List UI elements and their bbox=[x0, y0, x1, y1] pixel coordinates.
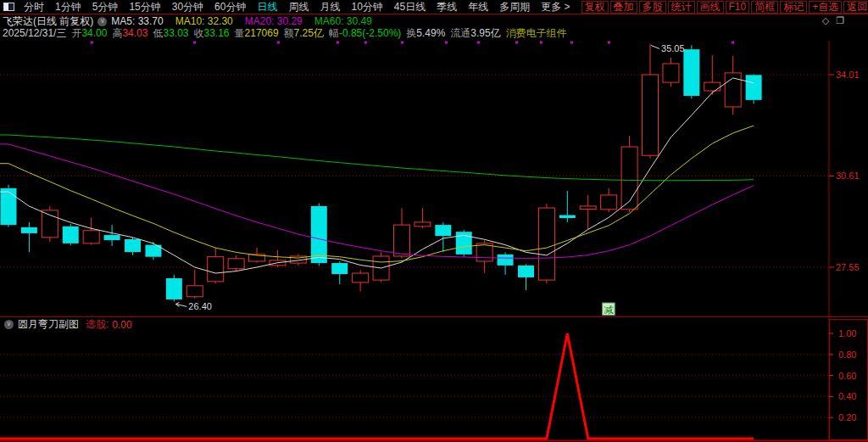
high-annotation-arrow bbox=[651, 45, 659, 48]
candle-body bbox=[435, 225, 451, 236]
toolbar-button-标记[interactable]: 标记 bbox=[780, 1, 807, 14]
candle-body bbox=[498, 255, 514, 266]
indicator-axis-label: 0.40 bbox=[838, 391, 856, 401]
info-field-换: 换5.49% bbox=[406, 27, 445, 39]
info-field-label: 低 bbox=[153, 27, 163, 39]
indicator-axis-label: 0.60 bbox=[838, 371, 856, 381]
diamond-icon[interactable]: ◇ bbox=[822, 15, 829, 26]
ma-label-1: MA10: 32.30 bbox=[175, 15, 233, 27]
info-field-收: 收33.16 bbox=[194, 27, 230, 39]
period-tab-更多 >[interactable]: 更多 > bbox=[541, 0, 570, 14]
info-field-value: 34.00 bbox=[81, 27, 107, 39]
info-field-label: 高 bbox=[112, 27, 122, 39]
period-menubar: 分时1分钟5分钟15分钟30分钟60分钟日线周线月线10分钟45日线季线年线多周… bbox=[0, 0, 868, 14]
period-tab-月线[interactable]: 月线 bbox=[320, 0, 340, 14]
candle-body bbox=[83, 231, 99, 243]
ma-label-3: MA60: 30.49 bbox=[314, 15, 372, 27]
candlestick-chart[interactable]: 34.0130.6127.5535.0526.40减1.000.800.600.… bbox=[0, 41, 868, 442]
sector-label[interactable]: 消费电子组件 bbox=[506, 26, 567, 41]
month-marker bbox=[540, 42, 542, 44]
candle-body bbox=[580, 206, 596, 210]
candle-body bbox=[42, 210, 58, 238]
candle-body bbox=[663, 64, 679, 82]
month-marker bbox=[193, 42, 196, 44]
info-field-value: 5.49% bbox=[416, 27, 445, 39]
indicator-name[interactable]: 圆月弯刀副图 bbox=[18, 317, 79, 332]
ma-line-ma60 bbox=[0, 135, 754, 181]
candle-body bbox=[311, 206, 327, 263]
candle-body bbox=[228, 259, 244, 269]
toolbar-button-叠加[interactable]: 叠加 bbox=[610, 1, 637, 14]
toolbar-button-F10[interactable]: F10 bbox=[726, 1, 750, 14]
candle-body bbox=[746, 75, 762, 100]
info-field-value: 3.95亿 bbox=[470, 27, 500, 39]
candle-body bbox=[208, 257, 224, 282]
indicator-axis-label: 1.00 bbox=[838, 328, 856, 338]
period-tab-45日线[interactable]: 45日线 bbox=[394, 0, 426, 14]
price-axis-label: 34.01 bbox=[836, 70, 860, 80]
panel-layout-icon[interactable]: ❐ bbox=[836, 15, 844, 26]
period-tab-5分钟[interactable]: 5分钟 bbox=[92, 0, 119, 14]
toolbar-button-复权[interactable]: 复权 bbox=[581, 1, 609, 14]
info-field-label: 额 bbox=[284, 27, 294, 39]
candle-body bbox=[683, 49, 699, 96]
toolbar-button-画线[interactable]: 画线 bbox=[697, 1, 724, 14]
toolbar-button-统计[interactable]: 统计 bbox=[668, 1, 695, 14]
period-tab-15分钟[interactable]: 15分钟 bbox=[129, 0, 160, 14]
indicator-axis-label: 0.80 bbox=[838, 350, 856, 360]
toolbar-buttons: 复权叠加多股统计画线F10简框标记+自选返回 bbox=[581, 1, 868, 14]
candle-body bbox=[186, 286, 203, 297]
toolbar-button-简框[interactable]: 简框 bbox=[751, 1, 778, 14]
period-tab-分时[interactable]: 分时 bbox=[24, 0, 44, 14]
period-tab-季线[interactable]: 季线 bbox=[437, 0, 457, 14]
ma-values: MA5: 33.70MA10: 32.30MA20: 30.29MA60: 30… bbox=[111, 15, 372, 27]
period-tab-30分钟[interactable]: 30分钟 bbox=[172, 0, 203, 14]
candle-body bbox=[1, 188, 17, 225]
period-tab-年线[interactable]: 年线 bbox=[468, 0, 488, 14]
period-tab-10分钟[interactable]: 10分钟 bbox=[351, 0, 382, 14]
window-icon[interactable] bbox=[3, 3, 14, 11]
month-marker bbox=[337, 42, 339, 44]
month-marker bbox=[732, 42, 734, 44]
period-tab-60分钟[interactable]: 60分钟 bbox=[214, 0, 246, 14]
low-annotation-label: 26.40 bbox=[188, 301, 212, 311]
info-field-高: 高34.03 bbox=[112, 27, 147, 39]
period-tab-周线[interactable]: 周线 bbox=[288, 0, 309, 14]
month-marker bbox=[364, 42, 367, 44]
toolbar-button-多股[interactable]: 多股 bbox=[639, 1, 666, 14]
info-field-value: 34.03 bbox=[122, 27, 147, 39]
price-axis-label: 30.61 bbox=[836, 171, 860, 181]
candle-body bbox=[21, 227, 37, 233]
ohlc-fields: 开34.00高34.03低33.03收33.16量217069额7.25亿幅-0… bbox=[71, 26, 505, 41]
indicator-select-value: 0.00 bbox=[112, 319, 131, 331]
chevron-down-icon[interactable]: ∨ bbox=[4, 320, 14, 329]
info-field-label: 幅 bbox=[329, 27, 339, 39]
candle-body bbox=[125, 239, 141, 252]
period-tab-多周期[interactable]: 多周期 bbox=[499, 0, 530, 14]
chevron-down-icon[interactable]: ∨ bbox=[97, 17, 107, 26]
month-marker bbox=[608, 42, 610, 44]
candle-body bbox=[559, 215, 576, 218]
ma-label-2: MA20: 30.29 bbox=[245, 15, 303, 27]
candle-body bbox=[104, 235, 120, 240]
period-tab-日线[interactable]: 日线 bbox=[257, 0, 277, 14]
info-field-低: 低33.03 bbox=[153, 27, 188, 39]
info-field-幅: 幅-0.85(-2.50%) bbox=[329, 27, 401, 39]
toolbar-button-返回[interactable]: 返回 bbox=[843, 1, 868, 14]
month-marker bbox=[445, 42, 448, 44]
candle-body bbox=[63, 227, 79, 243]
indicator-header: ∨ 圆月弯刀副图 选股: 0.00 bbox=[0, 318, 132, 331]
info-field-label: 开 bbox=[71, 27, 81, 39]
info-field-label: 量 bbox=[235, 27, 245, 39]
info-field-开: 开34.00 bbox=[71, 27, 107, 39]
candle-body bbox=[353, 273, 369, 283]
date-label: 2025/12/31/三 bbox=[3, 26, 66, 41]
period-menu: 分时1分钟5分钟15分钟30分钟60分钟日线周线月线10分钟45日线季线年线多周… bbox=[24, 0, 581, 14]
info-field-量: 量217069 bbox=[235, 27, 279, 39]
ma-line-ma10 bbox=[0, 126, 754, 262]
stock-app-window: 分时1分钟5分钟15分钟30分钟60分钟日线周线月线10分钟45日线季线年线多周… bbox=[0, 0, 868, 442]
low-annotation-arrowhead bbox=[175, 302, 179, 304]
month-marker bbox=[515, 42, 518, 44]
period-tab-1分钟[interactable]: 1分钟 bbox=[55, 0, 81, 14]
toolbar-button-+自选[interactable]: +自选 bbox=[809, 1, 842, 14]
